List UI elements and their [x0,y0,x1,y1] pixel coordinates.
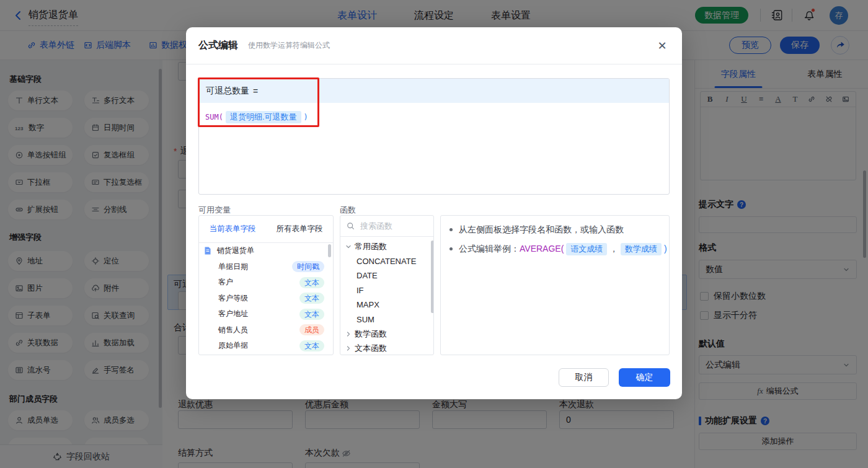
chevron-right-icon [345,345,352,351]
tip-example-function: AVERAGE( [520,244,564,254]
function-list: 常用函数 CONCATENATE DATE IF MAPX SUM 数学函数 文… [340,237,433,355]
variables-scrollbar[interactable] [328,244,331,257]
field-type-tag: 成员 [299,324,324,335]
formula-target-row: 可退总数量 = [199,79,669,103]
function-search [340,216,433,237]
function-search-input[interactable] [359,221,421,231]
comma: ， [609,244,618,254]
function-item[interactable]: IF [340,283,433,298]
tab-all-form-fields[interactable]: 所有表单字段 [266,216,333,242]
confirm-button[interactable]: 确定 [619,368,670,387]
tip-text: 公式编辑举例：AVERAGE( 语文成绩 ， 数学成绩 ) [459,242,667,255]
function-item[interactable]: SUM [340,312,433,327]
variables-tree: 销货退货单 单据日期 时间戳 客户 文本 客户等级 文本 客户地址 文本 [199,243,333,355]
tab-current-form-fields[interactable]: 当前表单字段 [199,216,266,242]
function-item[interactable]: CONCATENATE [340,254,433,269]
formula-editor[interactable]: 可退总数量 = SUM( 退货明细.可退数量 ) [198,78,670,195]
function-group-label: 数学函数 [355,329,387,340]
dialog-subtitle: 使用数学运算符编辑公式 [248,40,330,51]
tree-field-label: 客户 [204,277,299,288]
chevron-down-icon [345,244,352,250]
tip-text: 从左侧面板选择字段名和函数，或输入函数 [459,223,624,236]
formula-body[interactable]: SUM( 退货明细.可退数量 ) [199,103,669,131]
formula-target-name: 可退总数量 [206,86,249,97]
functions-label: 函数 [340,205,356,216]
function-item[interactable]: MAPX [340,298,433,312]
functions-panel: 常用函数 CONCATENATE DATE IF MAPX SUM 数学函数 文… [340,215,434,355]
function-group-math[interactable]: 数学函数 [340,327,433,342]
field-type-tag: 文本 [299,309,324,320]
variables-label: 可用变量 [198,205,231,216]
close-icon[interactable]: ✕ [655,39,669,53]
example-field-chip: 数学成绩 [621,243,662,255]
function-group-label: 文本函数 [355,343,387,354]
formula-function: SUM( [205,113,223,121]
function-group-common[interactable]: 常用函数 [340,239,433,254]
dialog-title: 公式编辑 [198,39,238,52]
dialog-header: 公式编辑 使用数学运算符编辑公式 [186,27,682,64]
field-type-tag: 时间戳 [292,261,324,272]
equals-sign: = [253,86,258,96]
field-type-tag: 文本 [299,340,324,351]
tree-field-row[interactable]: 单据日期 时间戳 [199,259,333,275]
tip-example-prefix: 公式编辑举例： [459,244,520,254]
close-paren: ) [664,244,667,254]
bullet-dot [450,247,453,250]
tip-line: 从左侧面板选择字段名和函数，或输入函数 [448,223,662,236]
function-item[interactable]: DATE [340,268,433,283]
tree-root-label: 销货退货单 [211,245,324,256]
search-icon [347,222,355,230]
tree-field-label: 原始单据 [204,340,299,351]
tree-root-row[interactable]: 销货退货单 [199,243,333,259]
bullet-dot [450,228,453,231]
example-field-chip: 语文成绩 [566,243,607,255]
tree-field-row[interactable]: 客户 文本 [199,275,333,291]
form-doc-icon [204,247,211,255]
field-type-tag: 文本 [299,277,324,288]
functions-scrollbar[interactable] [431,241,434,313]
tree-field-row[interactable]: 客户等级 文本 [199,291,333,307]
tree-field-row[interactable]: 原始单据 文本 [199,338,333,354]
chevron-right-icon [345,331,352,337]
cancel-button[interactable]: 取消 [559,368,609,387]
formula-close-paren: ) [304,113,308,121]
field-type-tag: 文本 [299,293,324,304]
function-group-label: 常用函数 [355,241,387,252]
app-window: 销货退货单 表单设计 流程设定 表单设置 数据管理 存 表单外链 后端脚本 数据… [0,0,868,468]
tree-field-row[interactable]: 销售人员 成员 [199,322,333,338]
formula-edit-dialog: 公式编辑 使用数学运算符编辑公式 ✕ 可退总数量 = SUM( 退货明细.可退数… [186,27,682,399]
tip-line: 公式编辑举例：AVERAGE( 语文成绩 ， 数学成绩 ) [448,242,662,255]
tips-panel: 从左侧面板选择字段名和函数，或输入函数 公式编辑举例：AVERAGE( 语文成绩… [440,215,670,355]
tree-field-row[interactable]: 客户地址 文本 [199,306,333,322]
tree-field-label: 单据日期 [204,262,292,272]
formula-field-chip[interactable]: 退货明细.可退数量 [226,111,301,123]
tree-field-label: 客户等级 [204,293,299,304]
function-group-text[interactable]: 文本函数 [340,342,433,356]
tree-field-label: 客户地址 [204,309,299,319]
tree-field-label: 销售人员 [204,325,299,335]
variables-panel: 当前表单字段 所有表单字段 销货退货单 单据日期 时间戳 客户 文本 客户等级 [198,215,334,355]
tree-field-row[interactable]: 文本 [199,354,333,356]
variables-tabs: 当前表单字段 所有表单字段 [199,216,333,243]
